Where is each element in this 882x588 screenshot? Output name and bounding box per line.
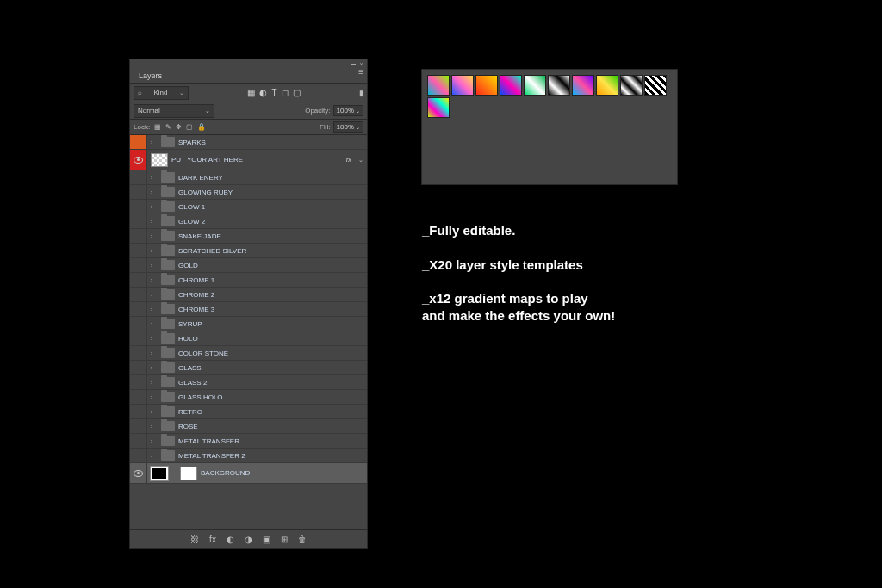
layer-row[interactable]: ›HOLO xyxy=(130,331,367,346)
fx-indicator[interactable]: fx xyxy=(346,156,355,164)
visibility-toggle[interactable] xyxy=(130,170,147,184)
visibility-toggle[interactable] xyxy=(130,258,147,272)
tab-layers[interactable]: Layers xyxy=(130,69,171,83)
expand-icon[interactable]: › xyxy=(151,175,158,181)
visibility-toggle[interactable] xyxy=(130,150,147,170)
layer-row[interactable]: ›CHROME 1 xyxy=(130,273,367,288)
gradient-swatch[interactable] xyxy=(620,75,643,96)
expand-icon[interactable]: › xyxy=(151,306,158,313)
visibility-toggle[interactable] xyxy=(130,288,147,301)
lock-transparency-icon[interactable]: ▦ xyxy=(154,123,161,131)
chevron-down-icon[interactable]: ⌄ xyxy=(358,157,367,164)
gradient-swatch[interactable] xyxy=(596,75,618,96)
filter-adjust-icon[interactable]: ◐ xyxy=(259,88,267,97)
visibility-toggle[interactable] xyxy=(130,449,147,462)
visibility-toggle[interactable] xyxy=(130,434,147,448)
blend-mode-select[interactable]: Normal ⌄ xyxy=(134,104,214,118)
expand-icon[interactable]: › xyxy=(151,219,158,225)
visibility-toggle[interactable] xyxy=(130,214,147,228)
layer-row[interactable]: ›GLASS 2 xyxy=(130,375,367,390)
expand-icon[interactable]: › xyxy=(151,263,158,269)
expand-icon[interactable]: › xyxy=(151,453,158,459)
gradient-swatch[interactable] xyxy=(475,75,498,96)
expand-icon[interactable]: › xyxy=(151,438,158,444)
layer-row[interactable]: ›COLOR STONE xyxy=(130,346,367,361)
filter-toggle[interactable]: ▮ xyxy=(359,89,363,97)
layer-row[interactable]: ›CHROME 3 xyxy=(130,302,367,317)
filter-type-icon[interactable]: T xyxy=(271,88,276,97)
fill-input[interactable]: 100% ⌄ xyxy=(333,121,363,133)
layer-row[interactable]: BACKGROUND xyxy=(130,463,367,484)
opacity-input[interactable]: 100% ⌄ xyxy=(333,105,363,116)
visibility-toggle[interactable] xyxy=(130,244,147,257)
expand-icon[interactable]: › xyxy=(151,350,158,356)
layer-row[interactable]: ›CHROME 2 xyxy=(130,288,367,302)
layer-row[interactable]: ›GLASS xyxy=(130,361,367,375)
expand-icon[interactable]: › xyxy=(151,139,158,145)
visibility-toggle[interactable] xyxy=(130,419,147,433)
layer-row[interactable]: ›GLOW 2 xyxy=(130,214,367,229)
expand-icon[interactable]: › xyxy=(151,380,158,386)
visibility-toggle[interactable] xyxy=(130,375,147,389)
visibility-toggle[interactable] xyxy=(130,229,147,243)
visibility-toggle[interactable] xyxy=(130,273,147,287)
expand-icon[interactable]: › xyxy=(151,277,158,283)
gradient-swatch[interactable] xyxy=(500,75,522,96)
layer-row[interactable]: ›SCRATCHED SILVER xyxy=(130,244,367,258)
lock-all-icon[interactable]: 🔒 xyxy=(197,123,206,131)
layer-row[interactable]: ›GLASS HOLO xyxy=(130,390,367,405)
gradient-swatch[interactable] xyxy=(644,75,667,96)
mask-thumbnail[interactable] xyxy=(180,467,197,480)
visibility-toggle[interactable] xyxy=(130,463,147,483)
fx-icon[interactable]: fx xyxy=(209,535,216,544)
panel-menu-icon[interactable]: ≡ xyxy=(358,70,363,75)
layer-row[interactable]: ›SNAKE JADE xyxy=(130,229,367,244)
expand-icon[interactable]: › xyxy=(151,292,158,298)
visibility-toggle[interactable] xyxy=(130,317,147,331)
gradient-swatch[interactable] xyxy=(524,75,546,96)
expand-icon[interactable]: › xyxy=(151,424,158,430)
collapse-icon[interactable] xyxy=(351,64,356,65)
group-icon[interactable]: ▣ xyxy=(263,535,270,544)
layer-thumbnail[interactable] xyxy=(151,467,168,480)
filter-pixel-icon[interactable]: ▦ xyxy=(247,88,255,97)
layer-row[interactable]: ›GOLD xyxy=(130,258,367,273)
expand-icon[interactable]: › xyxy=(151,365,158,371)
expand-icon[interactable]: › xyxy=(151,321,158,327)
visibility-toggle[interactable] xyxy=(130,390,147,404)
visibility-toggle[interactable] xyxy=(130,331,147,345)
lock-paint-icon[interactable]: ✎ xyxy=(165,123,171,131)
lock-artboard-icon[interactable]: ▢ xyxy=(186,123,193,131)
layer-row[interactable]: ›SPARKS xyxy=(130,135,367,150)
new-layer-icon[interactable]: ⊞ xyxy=(281,535,288,544)
visibility-toggle[interactable] xyxy=(130,302,147,316)
filter-shape-icon[interactable]: ◻ xyxy=(282,88,289,97)
gradient-swatch[interactable] xyxy=(451,75,474,96)
mask-icon[interactable]: ◐ xyxy=(227,535,234,544)
expand-icon[interactable]: › xyxy=(151,204,158,210)
gradient-swatch[interactable] xyxy=(548,75,570,96)
visibility-toggle[interactable] xyxy=(130,361,147,374)
expand-icon[interactable]: › xyxy=(151,394,158,400)
expand-icon[interactable]: › xyxy=(151,248,158,254)
visibility-toggle[interactable] xyxy=(130,185,147,199)
adjustment-icon[interactable]: ◑ xyxy=(245,535,252,544)
expand-icon[interactable]: › xyxy=(151,189,158,195)
layer-row[interactable]: ›RETRO xyxy=(130,405,367,419)
expand-icon[interactable]: › xyxy=(151,409,158,415)
visibility-toggle[interactable] xyxy=(130,405,147,418)
lock-position-icon[interactable]: ✥ xyxy=(176,123,182,131)
filter-kind-select[interactable]: ⌕ Kind ⌄ xyxy=(134,86,189,100)
gradient-swatch[interactable] xyxy=(572,75,594,96)
visibility-toggle[interactable] xyxy=(130,200,147,214)
trash-icon[interactable]: 🗑 xyxy=(298,535,307,544)
visibility-toggle[interactable] xyxy=(130,346,147,360)
layer-row[interactable]: PUT YOUR ART HEREfx⌄ xyxy=(130,150,367,170)
link-layers-icon[interactable]: ⛓ xyxy=(190,535,199,544)
layer-row[interactable]: ›DARK ENERY xyxy=(130,170,367,185)
layer-row[interactable]: ›METAL TRANSFER xyxy=(130,434,367,449)
layers-list[interactable]: ›SPARKSPUT YOUR ART HEREfx⌄›DARK ENERY›G… xyxy=(130,135,367,529)
expand-icon[interactable]: › xyxy=(151,233,158,239)
visibility-toggle[interactable] xyxy=(130,135,147,149)
filter-smart-icon[interactable]: ▢ xyxy=(293,88,301,97)
